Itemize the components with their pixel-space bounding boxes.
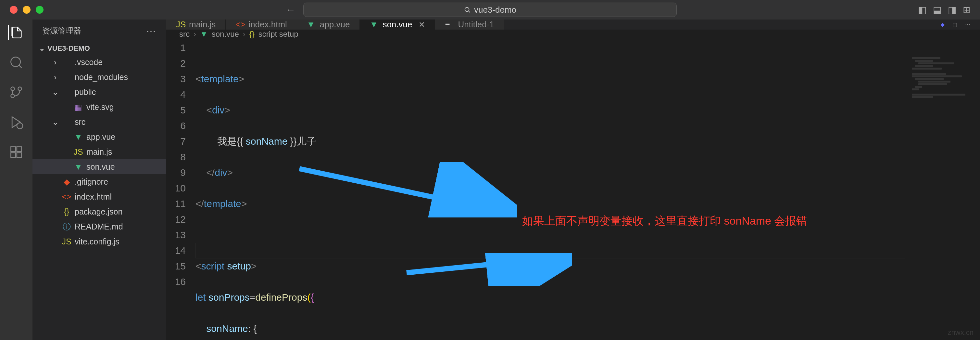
tab-label: index.html	[248, 19, 287, 30]
toggle-primary-sidebar-icon[interactable]: ◧	[918, 5, 926, 15]
file-label: node_modules	[75, 72, 128, 82]
editor-tab[interactable]: ▼app.vue	[297, 19, 360, 30]
file-item[interactable]: {}package.json	[32, 204, 166, 219]
source-control-icon[interactable]	[8, 85, 24, 100]
vite-icon[interactable]: ◆	[941, 21, 945, 28]
line-number-gutter: 12345678910111213141516	[166, 39, 196, 340]
tab-label: app.vue	[320, 19, 350, 30]
breadcrumb-item[interactable]: son.vue	[212, 30, 239, 39]
svg-line-3	[19, 65, 22, 68]
file-item[interactable]: ▼app.vue	[32, 129, 166, 144]
sidebar-title: 资源管理器	[42, 26, 81, 36]
file-label: main.js	[86, 147, 112, 156]
toggle-secondary-sidebar-icon[interactable]: ◨	[948, 5, 956, 15]
editor-group: JSmain.js<>index.html▼app.vue▼son.vue✕≡U…	[166, 19, 980, 340]
svg-rect-11	[11, 153, 16, 158]
line-number: 1	[166, 40, 186, 56]
chevron-icon: ›	[52, 57, 59, 67]
code-content[interactable]: <template> <div> 我是{{ sonName }}儿子 </div…	[196, 39, 980, 340]
svg-point-6	[11, 87, 14, 91]
breadcrumb-item[interactable]: src	[179, 30, 189, 39]
tab-actions: ◆ ◫ ⋯	[941, 19, 980, 30]
file-icon: ≡	[445, 19, 453, 30]
code-editor[interactable]: 12345678910111213141516 <template> <div>…	[166, 39, 980, 340]
svg-rect-9	[11, 147, 16, 152]
search-icon	[464, 6, 471, 13]
file-label: README.md	[75, 222, 123, 231]
minimap[interactable]	[908, 57, 980, 284]
extensions-icon[interactable]	[8, 144, 24, 160]
chevron-down-icon: ⌄	[39, 44, 45, 53]
folder-item[interactable]: ›node_modules	[32, 70, 166, 85]
activity-bar	[0, 19, 32, 340]
command-center[interactable]: vue3-demo	[303, 3, 677, 17]
file-item[interactable]: ⓘREADME.md	[32, 219, 166, 234]
search-icon[interactable]	[8, 54, 24, 70]
minimize-window-button[interactable]	[23, 6, 30, 14]
svg-rect-10	[17, 147, 22, 152]
line-number: 2	[166, 56, 186, 71]
tab-label: main.js	[189, 19, 216, 30]
js-icon: JS	[176, 19, 185, 30]
file-item[interactable]: <>index.html	[32, 189, 166, 204]
sidebar-more-icon[interactable]: ⋯	[146, 26, 156, 37]
js-icon: JS	[62, 237, 72, 246]
vue-icon: ▼	[200, 30, 208, 39]
breadcrumbs[interactable]: src › ▼ son.vue › {} script setup	[166, 30, 980, 39]
window-controls	[10, 6, 43, 14]
file-tree: ›.vscode›node_modules⌄public▦vite.svg⌄sr…	[32, 54, 166, 340]
file-item[interactable]: JSmain.js	[32, 144, 166, 159]
line-number: 4	[166, 87, 186, 102]
editor-tab[interactable]: JSmain.js	[166, 19, 226, 30]
line-number: 13	[166, 227, 186, 243]
line-number: 8	[166, 149, 186, 165]
folder-item[interactable]: ⌄public	[32, 85, 166, 99]
vue-icon: ▼	[369, 19, 378, 30]
file-item[interactable]: ▦vite.svg	[32, 99, 166, 115]
nav-back-button[interactable]: ←	[286, 4, 296, 15]
search-text: vue3-demo	[474, 5, 516, 15]
breadcrumb-item[interactable]: script setup	[258, 30, 298, 39]
chevron-icon: ⌄	[52, 117, 59, 127]
explorer-icon[interactable]	[8, 25, 23, 40]
customize-layout-icon[interactable]: ⊞	[963, 5, 970, 15]
file-item[interactable]: ◆.gitignore	[32, 174, 166, 189]
line-number: 14	[166, 243, 186, 259]
svg-point-0	[465, 8, 469, 12]
html-icon: <>	[235, 19, 244, 30]
file-label: son.vue	[86, 162, 115, 172]
file-item[interactable]: ▼son.vue	[32, 159, 166, 174]
run-debug-icon[interactable]	[8, 115, 24, 130]
folder-item[interactable]: ›.vscode	[32, 54, 166, 70]
file-label: index.html	[75, 192, 112, 201]
explorer-sidebar: 资源管理器 ⋯ ⌄ VUE3-DEMO ›.vscode›node_module…	[32, 19, 166, 340]
maximize-window-button[interactable]	[36, 6, 43, 14]
tab-label: Untitled-1	[458, 19, 494, 30]
layout-controls: ◧ ⬓ ◨ ⊞	[918, 5, 970, 15]
split-editor-icon[interactable]: ◫	[952, 21, 957, 28]
editor-tab[interactable]: ≡Untitled-1	[435, 19, 504, 30]
editor-tab[interactable]: <>index.html	[226, 19, 297, 30]
project-header[interactable]: ⌄ VUE3-DEMO	[32, 42, 166, 54]
file-label: app.vue	[86, 132, 115, 142]
braces-icon: {}	[250, 30, 255, 39]
line-number: 9	[166, 165, 186, 180]
svg-point-4	[18, 87, 22, 91]
file-item[interactable]: JSvite.config.js	[32, 234, 166, 249]
line-number: 16	[166, 274, 186, 290]
svg-icon: ▦	[73, 102, 83, 112]
toggle-panel-icon[interactable]: ⬓	[933, 5, 941, 15]
line-number: 11	[166, 196, 186, 212]
file-label: .gitignore	[75, 177, 108, 187]
file-label: vite.svg	[86, 102, 114, 112]
json-icon: {}	[62, 207, 72, 217]
vue-icon: ▼	[73, 162, 83, 172]
close-tab-icon[interactable]: ✕	[418, 20, 425, 29]
editor-tab[interactable]: ▼son.vue✕	[360, 19, 435, 30]
vue-icon: ▼	[307, 19, 315, 30]
folder-item[interactable]: ⌄src	[32, 115, 166, 129]
chevron-right-icon: ›	[243, 30, 245, 39]
md-icon: ⓘ	[62, 221, 72, 232]
more-actions-icon[interactable]: ⋯	[965, 21, 970, 28]
close-window-button[interactable]	[10, 6, 18, 14]
